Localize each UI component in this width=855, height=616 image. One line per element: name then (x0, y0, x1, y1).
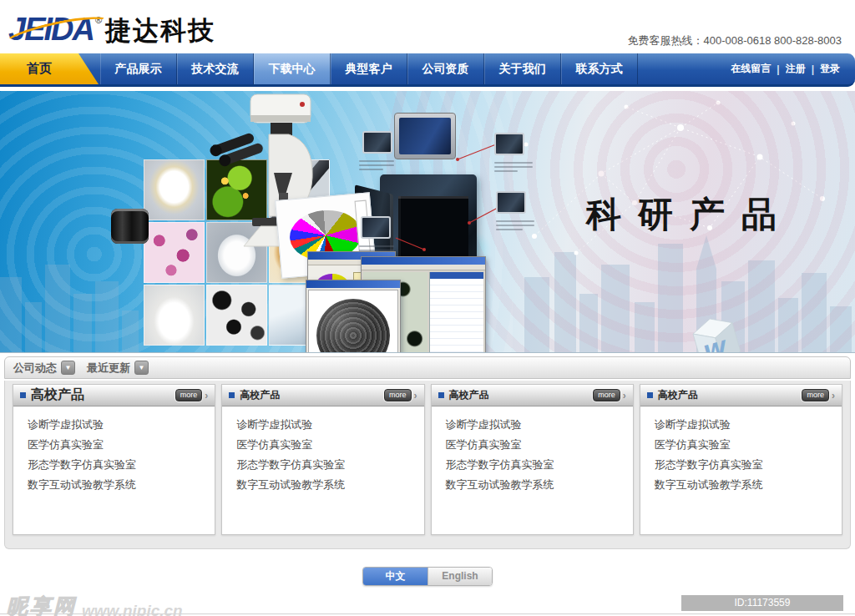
callout-thumbnail (362, 131, 392, 154)
callout-thumbnail (361, 216, 391, 239)
more-button[interactable]: more (593, 389, 620, 401)
column-title: 高校产品 (240, 388, 280, 402)
tab-company-news[interactable]: 公司动态 ▼ (13, 361, 75, 376)
product-link[interactable]: 形态学数字仿真实验室 (655, 455, 842, 475)
watermark-url: www.nipic.cn (82, 602, 183, 616)
product-column: 高校产品 more › 诊断学虚拟试验 医学仿真实验室 形态学数字仿真实验室 数… (13, 384, 215, 535)
page-footer: 昵享网 www.nipic.cn ID:11173559 NO:20140724… (0, 593, 855, 616)
product-column-header: 高校产品 more › (432, 385, 633, 406)
more-button[interactable]: more (175, 389, 203, 401)
nav-tab-contact[interactable]: 联系方式 (561, 53, 638, 84)
equipment-screen (394, 113, 456, 159)
link-separator: | (777, 63, 779, 75)
dropdown-arrow-icon[interactable]: ▼ (61, 361, 75, 375)
cube-w-large: W (743, 351, 833, 353)
nav-tab-products[interactable]: 产品展示 (100, 53, 177, 84)
banner-title: 科研产品 (586, 191, 793, 238)
nav-tab-about-us[interactable]: 关于我们 (484, 53, 561, 84)
column-title: 高校产品 (31, 386, 84, 404)
nav-user-links: 在线留言 | 注册 | 登录 (731, 53, 855, 84)
company-logo[interactable]: JEIDA ® 捷达科技 (8, 13, 215, 45)
product-link[interactable]: 形态学数字仿真实验室 (28, 455, 215, 475)
product-link[interactable]: 数字互动试验教学系统 (28, 475, 215, 495)
callout-thumbnail (496, 191, 526, 214)
product-list: 诊断学虚拟试验 医学仿真实验室 形态学数字仿真实验室 数字互动试验教学系统 (432, 406, 633, 495)
product-list: 诊断学虚拟试验 医学仿真实验室 形态学数字仿真实验室 数字互动试验教学系统 (13, 406, 215, 495)
chevron-right-icon[interactable]: › (832, 390, 835, 401)
online-message-link[interactable]: 在线留言 (731, 62, 771, 76)
site-header: JEIDA ® 捷达科技 免费客服热线：400-008-0618 800-828… (0, 0, 855, 53)
product-link[interactable]: 数字互动试验教学系统 (655, 475, 842, 495)
callout-thumbnail (494, 133, 524, 155)
bullet-square-icon (229, 392, 235, 398)
product-list: 诊断学虚拟试验 医学仿真实验室 形态学数字仿真实验室 数字互动试验教学系统 (640, 406, 842, 495)
language-english-button[interactable]: English (428, 568, 492, 585)
link-separator: | (812, 63, 814, 75)
product-link[interactable]: 诊断学虚拟试验 (28, 415, 215, 435)
cube-w-medium: W (683, 306, 750, 353)
nav-tab-typical-customers[interactable]: 典型客户 (331, 53, 407, 84)
product-link[interactable]: 诊断学虚拟试验 (446, 415, 633, 435)
callout-note-lines (494, 159, 533, 174)
callout-note-lines (359, 158, 394, 173)
product-list: 诊断学虚拟试验 医学仿真实验室 形态学数字仿真实验室 数字互动试验教学系统 (222, 406, 423, 495)
product-link[interactable]: 形态学数字仿真实验室 (236, 455, 423, 475)
product-link[interactable]: 医学仿真实验室 (446, 435, 633, 455)
collage-photo (144, 159, 205, 220)
service-hotline: 免费客服热线：400-008-0618 800-828-8003 (627, 33, 842, 48)
login-link[interactable]: 登录 (820, 62, 840, 76)
register-link[interactable]: 注册 (786, 62, 806, 76)
section-tabs-bar: 公司动态 ▼ 最近更新 ▼ (4, 356, 851, 379)
product-link[interactable]: 数字互动试验教学系统 (236, 475, 423, 495)
product-column: 高校产品 more › 诊断学虚拟试验 医学仿真实验室 形态学数字仿真实验室 数… (221, 384, 424, 535)
product-link[interactable]: 诊断学虚拟试验 (236, 415, 423, 435)
bullet-square-icon (438, 392, 444, 398)
watermark-logo-text: 昵享网 (7, 593, 77, 616)
data-table-pane (429, 272, 483, 353)
product-link[interactable]: 医学仿真实验室 (236, 435, 423, 455)
registered-trademark-icon: ® (95, 15, 102, 25)
tab-recent-updates[interactable]: 最近更新 ▼ (87, 361, 149, 376)
product-column: 高校产品 more › 诊断学虚拟试验 医学仿真实验室 形态学数字仿真实验室 数… (640, 384, 842, 535)
product-column-header: 高校产品 more › (222, 385, 423, 406)
collage-photo (206, 285, 267, 346)
equipment-screen-display (399, 118, 451, 154)
bullet-square-icon (647, 392, 653, 398)
bullet-square-icon (20, 392, 26, 398)
nav-tab-home-label: 首页 (27, 61, 52, 77)
product-link[interactable]: 医学仿真实验室 (28, 435, 215, 455)
sem-circle-image (316, 299, 390, 353)
window-toolbar (362, 265, 485, 270)
more-button[interactable]: more (384, 389, 412, 401)
nav-tab-home[interactable]: 首页 (0, 53, 100, 84)
nav-tab-tech-exchange[interactable]: 技术交流 (177, 53, 254, 84)
callout-note-lines (496, 218, 534, 233)
software-window-sem-image (306, 280, 401, 353)
camera-lens-photo (111, 209, 149, 244)
dropdown-arrow-icon[interactable]: ▼ (134, 361, 149, 375)
window-titlebar (306, 280, 400, 288)
chevron-right-icon[interactable]: › (414, 390, 417, 401)
product-link[interactable]: 诊断学虚拟试验 (655, 415, 842, 435)
product-column-header: 高校产品 more › (13, 385, 215, 406)
chevron-right-icon[interactable]: › (623, 390, 626, 401)
more-button[interactable]: more (802, 389, 829, 401)
nav-tab-download-center[interactable]: 下载中心 (254, 53, 331, 84)
product-columns-panel: 高校产品 more › 诊断学虚拟试验 医学仿真实验室 形态学数字仿真实验室 数… (4, 381, 851, 549)
language-chinese-button[interactable]: 中文 (363, 568, 428, 585)
product-link[interactable]: 形态学数字仿真实验室 (446, 455, 633, 475)
tab-company-news-label: 公司动态 (13, 361, 57, 376)
product-link[interactable]: 数字互动试验教学系统 (446, 475, 633, 495)
logo-chinese-name: 捷达科技 (105, 17, 215, 45)
nav-tab-qualifications[interactable]: 公司资质 (407, 53, 484, 84)
logo-wordmark: JEIDA (8, 13, 94, 45)
product-link[interactable]: 医学仿真实验室 (655, 435, 842, 455)
chevron-right-icon[interactable]: › (205, 390, 208, 401)
product-column-header: 高校产品 more › (640, 385, 842, 406)
main-navigation: 首页 产品展示 技术交流 下载中心 典型客户 公司资质 关于我们 联系方式 在线… (0, 53, 855, 87)
city-skyline-left (0, 244, 142, 352)
nipic-watermark: 昵享网 www.nipic.cn (7, 593, 183, 616)
image-id-badge: ID:11173559 NO:20140724162703649000 (681, 595, 843, 611)
tab-recent-updates-label: 最近更新 (87, 361, 130, 376)
column-title: 高校产品 (449, 388, 489, 402)
